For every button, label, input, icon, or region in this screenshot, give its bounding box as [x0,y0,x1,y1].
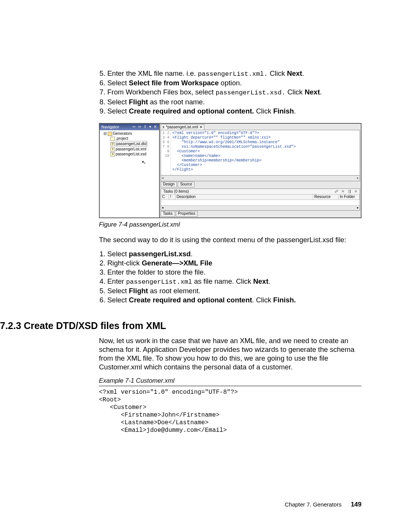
folder-icon [108,132,112,136]
editor-panel: x *passengerList.xml ✕ 1 2 3 4 5 6 7 8 9… [160,124,361,217]
code-sample: <?xml version="1.0" encoding="UTF-8"?> <… [99,388,362,434]
step: Select passengerList.xsd. [107,249,362,258]
file-icon: S [110,152,115,157]
tasks-body: ◂▸ [161,200,360,210]
step-5: Enter the XML file name. i.e. passengerL… [107,69,362,78]
file-icon: X [110,147,115,152]
tree-root[interactable]: Generators [113,131,132,136]
line-gutter: 1 2 3 4 5 6 7 8 9 10 [161,130,171,175]
code-content[interactable]: <?xml version="1.0" encoding="UTF-8"?> <… [171,130,297,175]
tab-tasks[interactable]: Tasks [161,211,175,217]
tab-design[interactable]: Design [161,182,177,187]
col-c[interactable]: C [161,195,169,200]
step-6: Select Select file from Workspace option… [107,78,362,87]
text: as the root name. [148,98,205,106]
text: . [302,69,304,77]
tab-label: *passengerList.xml [166,125,198,130]
code: passengerList.xml. [198,70,268,78]
text: Select [107,79,129,87]
tasks-panel: Tasks (0 items) ☍ ✕ ⇶ ✕ C ! Description … [161,189,360,211]
h-scrollbar[interactable]: ◂▸ [161,176,360,181]
col-description[interactable]: Description [175,195,313,200]
editor-tab[interactable]: x *passengerList.xml ✕ [161,124,204,130]
step-7: From Workbench Files box, select passeng… [107,88,362,97]
tasks-scrollbar[interactable]: ◂▸ [161,205,360,210]
bold: Finish [273,107,294,115]
navigator-panel: Navigator ⇦ ⇨ ⇧ ▾ ✕ ⊟ Generators .projec… [100,124,160,217]
col-resource[interactable]: Resource [313,195,339,200]
text: Click [254,107,273,115]
steps-list-1: Enter the XML file name. i.e. passengerL… [99,69,362,115]
file-icon [110,137,115,141]
editor-bottom-tabs: Design Source [161,181,360,188]
step: Select Flight as root element. [107,286,362,295]
tree-item-selected[interactable]: passengerList.dtd [116,141,147,147]
section-heading: 7.2.3 Create DTD/XSD files from XML [0,320,362,332]
code: passengerList.xsd. [215,89,285,96]
tab-properties[interactable]: Properties [176,211,198,217]
step: Select Create required and optional cont… [107,296,362,304]
col-priority[interactable]: ! [169,195,175,200]
file-icon: D [110,142,115,146]
paragraph: Now, let us work in the case that we hav… [99,336,362,372]
text: Click [285,88,304,96]
text: . [320,88,322,96]
ide-screenshot: Navigator ⇦ ⇨ ⇧ ▾ ✕ ⊟ Generators .projec… [99,123,362,218]
tasks-title: Tasks (0 items) [162,189,189,194]
step-9: Select Create required and optional cont… [107,107,362,115]
page: Enter the XML file name. i.e. passengerL… [0,0,411,532]
example-caption: Example 7-1 Customer.xml [99,377,362,386]
text: Click [268,69,287,77]
editor-tabbar: x *passengerList.xml ✕ [160,124,361,130]
navigator-titlebar: Navigator ⇦ ⇨ ⇧ ▾ ✕ [100,124,159,130]
bold: Next [304,88,320,96]
page-footer: Chapter 7. Generators 149 [285,500,362,508]
tasks-toolbar[interactable]: ☍ ✕ ⇶ ✕ [335,189,358,194]
code-editor[interactable]: 1 2 3 4 5 6 7 8 9 10 <?xml version="1.0"… [161,130,360,176]
cursor-icon: ↖ [141,160,147,165]
content-column: Enter the XML file name. i.e. passengerL… [99,69,362,305]
footer-text: Chapter 7. Generators [285,501,341,508]
tasks-columns: C ! Description Resource In Folder [161,195,360,200]
tab-source[interactable]: Source [178,182,194,187]
step: Enter the folder to store the file. [107,268,362,276]
navigator-toolbar[interactable]: ⇦ ⇨ ⇧ ▾ ✕ [132,125,158,129]
text: Enter the XML file name. i.e. [107,69,198,77]
figure-caption: Figure 7-4 passengerList.xml [99,220,362,228]
close-icon[interactable]: ✕ [199,125,202,130]
bold: Select file from Workspace [129,79,219,87]
bold: Next [287,69,302,77]
content-column: Now, let us work in the case that we hav… [99,336,362,434]
page-number: 149 [351,501,362,508]
tree-item[interactable]: .project [116,136,128,141]
text: option. [219,79,242,87]
paragraph: The second way to do it is using the con… [99,235,362,244]
navigator-title: Navigator [101,125,119,130]
tree-item[interactable]: passengerList.xml [116,147,147,151]
xml-file-icon: x [162,125,164,130]
steps-list-2: Select passengerList.xsd. Right-click Ge… [99,249,362,305]
text: Select [107,107,129,115]
bold: Flight [129,98,148,106]
navigator-tree[interactable]: ⊟ Generators .project DpassengerList.dtd… [100,130,159,217]
lower-tabs: Tasks Properties [161,211,360,217]
col-folder[interactable]: In Folder [339,195,360,200]
tree-item[interactable]: passengerList.xsd [116,152,147,156]
step-8: Select Flight as the root name. [107,97,362,106]
step: Right-click Generate—>XML File [107,259,362,267]
text: Select [107,98,129,106]
text: From Workbench Files box, select [107,88,215,96]
step: Enter passengerList.xml as file name. Cl… [107,277,362,286]
text: . [294,107,296,115]
bold: Create required and optional content. [129,107,254,115]
